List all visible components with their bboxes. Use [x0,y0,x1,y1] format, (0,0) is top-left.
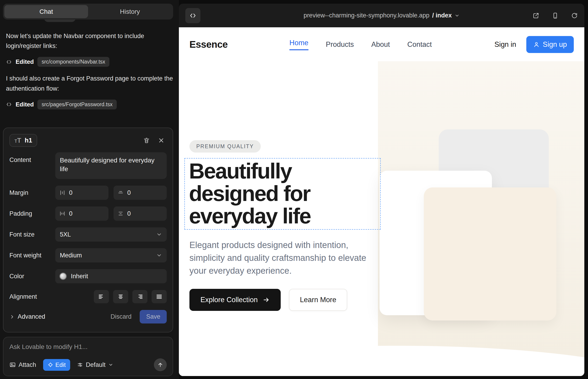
hero-heading[interactable]: Beautifully designed for everyday life [185,158,380,229]
chat-message: Now let's update the Navbar component to… [6,31,173,51]
site-nav: Home Products About Contact [289,39,432,50]
site-navbar: Essence Home Products About Contact Sign… [179,27,584,62]
font-weight-select[interactable]: Medium [55,248,167,262]
nav-link-home[interactable]: Home [289,39,309,50]
url-page: / index [432,12,452,19]
send-button[interactable] [154,358,167,371]
hero-cta-row: Explore Collection Learn More [189,289,347,311]
alignment-label: Alignment [9,293,55,300]
color-label: Color [9,273,55,280]
preview-window: preview--charming-site-symphony.lovable.… [179,4,584,376]
hero-paragraph[interactable]: Elegant products designed with intention… [189,239,373,277]
nav-link-products[interactable]: Products [326,40,354,49]
chevron-down-icon [156,232,162,237]
margin-label: Margin [9,189,55,196]
file-badge[interactable]: src/components/Navbar.tsx [37,57,109,67]
sidebar-tabbar: Chat History [3,4,173,19]
inspector-footer: Advanced Discard Save [9,310,167,323]
align-left-button[interactable] [94,290,109,303]
sign-in-link[interactable]: Sign in [495,40,516,49]
chevron-right-icon [9,314,15,320]
margin-row: Margin 0 0 [9,186,167,200]
chevron-down-icon [156,252,162,258]
chevron-down-icon [454,13,460,18]
element-inspector: TT h1 Content Beautifully designed for e… [3,127,173,332]
arrow-up-icon [157,362,164,368]
chat-message: I should also create a Forgot Password p… [6,74,173,93]
close-icon[interactable] [156,135,167,146]
margin-x-input[interactable]: 0 [55,186,108,200]
font-size-select[interactable]: 5XL [55,227,167,242]
open-external-icon[interactable] [532,12,539,19]
font-size-label: Font size [9,231,55,238]
premium-quality-badge[interactable]: PREMIUM QUALITY [189,140,261,153]
sign-up-button[interactable]: Sign up [526,36,574,53]
chevron-down-icon [108,362,113,367]
nav-link-about[interactable]: About [371,40,390,49]
padding-x-input[interactable]: 0 [55,206,108,221]
font-size-row: Font size 5XL [9,227,167,242]
margin-vertical-icon [118,190,124,196]
margin-horizontal-icon [59,190,65,196]
learn-more-button[interactable]: Learn More [289,289,347,311]
color-select[interactable]: Inherit [55,269,167,283]
preview-actions [532,12,578,19]
nav-auth: Sign in Sign up [495,36,574,53]
font-weight-label: Font weight [9,252,55,259]
model-default-button[interactable]: Default [77,361,113,368]
file-badge[interactable]: src/pages/ForgotPassword.tsx [37,100,117,110]
code-view-button[interactable] [185,8,201,23]
site-preview: Essence Home Products About Contact Sign… [179,27,584,376]
crosshair-icon [48,362,53,367]
content-row: Content Beautifully designed for everyda… [9,152,167,179]
composer-toolbar: Attach Edit Default [9,358,167,371]
user-icon [533,41,540,48]
tab-history[interactable]: History [88,5,172,18]
align-center-button[interactable] [113,290,128,303]
content-input[interactable]: Beautifully designed for everyday life [55,152,167,179]
edited-label: Edited [15,101,34,108]
code-icon [6,59,12,65]
refresh-icon[interactable] [571,12,578,19]
element-tag: h1 [25,137,32,144]
code-icon [6,101,12,107]
color-swatch [59,272,67,280]
site-logo[interactable]: Essence [189,39,228,50]
edited-label: Edited [15,58,34,65]
tab-chat[interactable]: Chat [4,5,88,18]
font-weight-row: Font weight Medium [9,248,167,262]
mobile-view-icon[interactable] [552,12,559,19]
arrow-right-icon [263,296,270,303]
hero-section: PREMIUM QUALITY Beautifully designed for… [179,27,584,376]
padding-label: Padding [9,210,55,217]
selected-element-pill: TT h1 [9,134,37,147]
save-button[interactable]: Save [140,310,167,323]
align-right-button[interactable] [132,290,147,303]
padding-horizontal-icon [59,211,65,217]
edit-mode-button[interactable]: Edit [43,359,70,371]
explore-collection-button[interactable]: Explore Collection [189,289,281,311]
alignment-row: Alignment [9,290,167,303]
chat-message-list: Now let's update the Navbar component to… [6,31,173,116]
padding-y-input[interactable]: 0 [113,206,167,221]
advanced-toggle[interactable]: Advanced [9,313,45,320]
discard-button[interactable]: Discard [110,313,132,320]
preview-toolbar: preview--charming-site-symphony.lovable.… [179,4,584,27]
chat-sidebar: Chat History Now let's update the Navbar… [0,0,179,379]
content-label: Content [9,157,55,164]
padding-row: Padding 0 0 [9,206,167,221]
url-host: preview--charming-site-symphony.lovable.… [304,12,430,19]
color-row: Color Inherit [9,269,167,283]
inspector-header: TT h1 [9,134,167,147]
delete-element-button[interactable] [141,135,152,146]
nav-link-contact[interactable]: Contact [407,40,432,49]
attach-button[interactable]: Attach [9,361,36,368]
url-bar[interactable]: preview--charming-site-symphony.lovable.… [179,12,584,19]
typography-icon: TT [15,137,21,144]
margin-y-input[interactable]: 0 [113,186,167,200]
edited-file-row: Edited src/components/Navbar.tsx [6,57,173,67]
app-root: Chat History Now let's update the Navbar… [0,0,588,379]
chat-composer: Attach Edit Default [3,337,173,376]
composer-input[interactable] [9,343,167,350]
align-justify-button[interactable] [152,290,167,303]
